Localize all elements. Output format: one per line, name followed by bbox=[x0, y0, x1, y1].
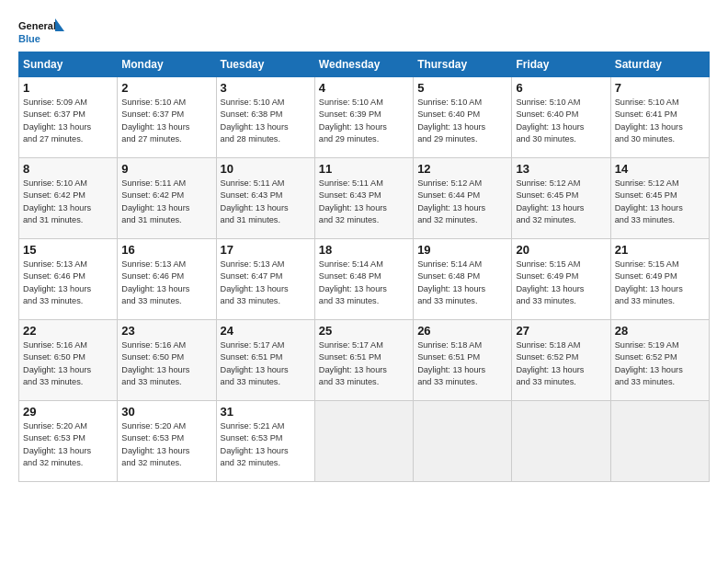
day-number: 14 bbox=[615, 162, 705, 176]
header: General Blue bbox=[18, 17, 710, 46]
day-number: 31 bbox=[221, 405, 311, 419]
day-info: Sunrise: 5:11 AM Sunset: 6:43 PM Dayligh… bbox=[319, 178, 409, 226]
day-number: 2 bbox=[121, 81, 211, 95]
calendar-cell: 8Sunrise: 5:10 AM Sunset: 6:42 PM Daylig… bbox=[19, 158, 118, 239]
day-number: 18 bbox=[319, 243, 409, 257]
day-number: 30 bbox=[121, 405, 211, 419]
calendar-cell: 30Sunrise: 5:20 AM Sunset: 6:53 PM Dayli… bbox=[118, 401, 216, 482]
svg-marker-2 bbox=[55, 18, 64, 31]
day-number: 11 bbox=[319, 162, 409, 176]
day-info: Sunrise: 5:10 AM Sunset: 6:40 PM Dayligh… bbox=[516, 97, 606, 145]
calendar-cell: 18Sunrise: 5:14 AM Sunset: 6:48 PM Dayli… bbox=[314, 239, 413, 320]
day-number: 4 bbox=[319, 81, 409, 95]
calendar-header-tuesday: Tuesday bbox=[216, 52, 314, 77]
calendar-cell: 6Sunrise: 5:10 AM Sunset: 6:40 PM Daylig… bbox=[512, 77, 610, 158]
day-info: Sunrise: 5:11 AM Sunset: 6:43 PM Dayligh… bbox=[221, 178, 311, 226]
day-info: Sunrise: 5:10 AM Sunset: 6:39 PM Dayligh… bbox=[319, 97, 409, 145]
day-number: 19 bbox=[417, 243, 507, 257]
calendar-header-row: SundayMondayTuesdayWednesdayThursdayFrid… bbox=[19, 52, 710, 77]
day-info: Sunrise: 5:17 AM Sunset: 6:51 PM Dayligh… bbox=[319, 339, 409, 388]
day-number: 5 bbox=[417, 81, 507, 95]
calendar-cell: 11Sunrise: 5:11 AM Sunset: 6:43 PM Dayli… bbox=[314, 158, 413, 239]
calendar-cell: 3Sunrise: 5:10 AM Sunset: 6:38 PM Daylig… bbox=[216, 77, 314, 158]
day-info: Sunrise: 5:16 AM Sunset: 6:50 PM Dayligh… bbox=[23, 339, 113, 388]
calendar-cell: 21Sunrise: 5:15 AM Sunset: 6:49 PM Dayli… bbox=[610, 239, 709, 320]
day-info: Sunrise: 5:21 AM Sunset: 6:53 PM Dayligh… bbox=[221, 420, 311, 469]
calendar-week-4: 22Sunrise: 5:16 AM Sunset: 6:50 PM Dayli… bbox=[19, 320, 710, 401]
day-number: 25 bbox=[319, 324, 409, 338]
calendar-cell: 19Sunrise: 5:14 AM Sunset: 6:48 PM Dayli… bbox=[414, 239, 512, 320]
day-number: 22 bbox=[23, 324, 113, 338]
svg-text:General: General bbox=[18, 20, 56, 31]
calendar-cell: 26Sunrise: 5:18 AM Sunset: 6:51 PM Dayli… bbox=[414, 320, 512, 401]
day-number: 10 bbox=[221, 162, 311, 176]
calendar-cell: 24Sunrise: 5:17 AM Sunset: 6:51 PM Dayli… bbox=[216, 320, 314, 401]
calendar-week-2: 8Sunrise: 5:10 AM Sunset: 6:42 PM Daylig… bbox=[19, 158, 710, 239]
calendar-cell bbox=[414, 401, 512, 482]
day-info: Sunrise: 5:18 AM Sunset: 6:52 PM Dayligh… bbox=[516, 339, 606, 388]
calendar-cell: 4Sunrise: 5:10 AM Sunset: 6:39 PM Daylig… bbox=[314, 77, 413, 158]
day-info: Sunrise: 5:10 AM Sunset: 6:42 PM Dayligh… bbox=[23, 178, 113, 226]
day-info: Sunrise: 5:12 AM Sunset: 6:45 PM Dayligh… bbox=[516, 178, 606, 226]
day-info: Sunrise: 5:15 AM Sunset: 6:49 PM Dayligh… bbox=[516, 259, 606, 307]
day-number: 21 bbox=[615, 243, 705, 257]
day-info: Sunrise: 5:17 AM Sunset: 6:51 PM Dayligh… bbox=[221, 339, 311, 388]
calendar-cell: 2Sunrise: 5:10 AM Sunset: 6:37 PM Daylig… bbox=[118, 77, 216, 158]
calendar-cell: 12Sunrise: 5:12 AM Sunset: 6:44 PM Dayli… bbox=[414, 158, 512, 239]
calendar-week-5: 29Sunrise: 5:20 AM Sunset: 6:53 PM Dayli… bbox=[19, 401, 710, 482]
day-info: Sunrise: 5:10 AM Sunset: 6:38 PM Dayligh… bbox=[221, 97, 311, 145]
day-info: Sunrise: 5:13 AM Sunset: 6:46 PM Dayligh… bbox=[23, 259, 113, 307]
calendar-cell: 31Sunrise: 5:21 AM Sunset: 6:53 PM Dayli… bbox=[216, 401, 314, 482]
calendar-cell: 10Sunrise: 5:11 AM Sunset: 6:43 PM Dayli… bbox=[216, 158, 314, 239]
day-info: Sunrise: 5:10 AM Sunset: 6:41 PM Dayligh… bbox=[615, 97, 705, 145]
calendar-cell: 28Sunrise: 5:19 AM Sunset: 6:52 PM Dayli… bbox=[610, 320, 709, 401]
day-number: 15 bbox=[23, 243, 113, 257]
calendar-cell: 9Sunrise: 5:11 AM Sunset: 6:42 PM Daylig… bbox=[118, 158, 216, 239]
day-number: 24 bbox=[221, 324, 311, 338]
day-info: Sunrise: 5:10 AM Sunset: 6:40 PM Dayligh… bbox=[417, 97, 507, 145]
day-number: 28 bbox=[615, 324, 705, 338]
day-info: Sunrise: 5:19 AM Sunset: 6:52 PM Dayligh… bbox=[615, 339, 705, 388]
day-info: Sunrise: 5:16 AM Sunset: 6:50 PM Dayligh… bbox=[121, 339, 211, 388]
day-info: Sunrise: 5:10 AM Sunset: 6:37 PM Dayligh… bbox=[121, 97, 211, 145]
day-number: 26 bbox=[417, 324, 507, 338]
day-info: Sunrise: 5:20 AM Sunset: 6:53 PM Dayligh… bbox=[23, 420, 113, 469]
day-info: Sunrise: 5:13 AM Sunset: 6:47 PM Dayligh… bbox=[221, 259, 311, 307]
day-number: 13 bbox=[516, 162, 606, 176]
calendar-cell: 20Sunrise: 5:15 AM Sunset: 6:49 PM Dayli… bbox=[512, 239, 610, 320]
day-info: Sunrise: 5:12 AM Sunset: 6:44 PM Dayligh… bbox=[417, 178, 507, 226]
calendar-cell: 23Sunrise: 5:16 AM Sunset: 6:50 PM Dayli… bbox=[118, 320, 216, 401]
day-info: Sunrise: 5:15 AM Sunset: 6:49 PM Dayligh… bbox=[615, 259, 705, 307]
day-number: 17 bbox=[221, 243, 311, 257]
calendar-cell: 29Sunrise: 5:20 AM Sunset: 6:53 PM Dayli… bbox=[19, 401, 118, 482]
calendar-cell: 14Sunrise: 5:12 AM Sunset: 6:45 PM Dayli… bbox=[610, 158, 709, 239]
calendar-week-1: 1Sunrise: 5:09 AM Sunset: 6:37 PM Daylig… bbox=[19, 77, 710, 158]
day-number: 1 bbox=[23, 81, 113, 95]
day-info: Sunrise: 5:09 AM Sunset: 6:37 PM Dayligh… bbox=[23, 97, 113, 145]
calendar-header-friday: Friday bbox=[512, 52, 610, 77]
day-number: 27 bbox=[516, 324, 606, 338]
day-number: 20 bbox=[516, 243, 606, 257]
calendar-cell: 17Sunrise: 5:13 AM Sunset: 6:47 PM Dayli… bbox=[216, 239, 314, 320]
page: General Blue SundayMondayTuesdayWednesda… bbox=[0, 0, 728, 491]
calendar-header-monday: Monday bbox=[118, 52, 216, 77]
calendar-cell: 15Sunrise: 5:13 AM Sunset: 6:46 PM Dayli… bbox=[19, 239, 118, 320]
calendar-header-wednesday: Wednesday bbox=[314, 52, 413, 77]
day-number: 16 bbox=[121, 243, 211, 257]
calendar-cell: 27Sunrise: 5:18 AM Sunset: 6:52 PM Dayli… bbox=[512, 320, 610, 401]
calendar-cell: 16Sunrise: 5:13 AM Sunset: 6:46 PM Dayli… bbox=[118, 239, 216, 320]
calendar-cell bbox=[512, 401, 610, 482]
calendar-cell: 13Sunrise: 5:12 AM Sunset: 6:45 PM Dayli… bbox=[512, 158, 610, 239]
calendar-cell: 22Sunrise: 5:16 AM Sunset: 6:50 PM Dayli… bbox=[19, 320, 118, 401]
day-number: 9 bbox=[121, 162, 211, 176]
day-info: Sunrise: 5:11 AM Sunset: 6:42 PM Dayligh… bbox=[121, 178, 211, 226]
day-number: 23 bbox=[121, 324, 211, 338]
day-info: Sunrise: 5:18 AM Sunset: 6:51 PM Dayligh… bbox=[417, 339, 507, 388]
day-info: Sunrise: 5:14 AM Sunset: 6:48 PM Dayligh… bbox=[319, 259, 409, 307]
day-number: 3 bbox=[221, 81, 311, 95]
logo: General Blue bbox=[18, 17, 64, 46]
calendar: SundayMondayTuesdayWednesdayThursdayFrid… bbox=[18, 52, 710, 482]
logo-svg: General Blue bbox=[18, 17, 64, 46]
day-info: Sunrise: 5:14 AM Sunset: 6:48 PM Dayligh… bbox=[417, 259, 507, 307]
calendar-cell: 1Sunrise: 5:09 AM Sunset: 6:37 PM Daylig… bbox=[19, 77, 118, 158]
